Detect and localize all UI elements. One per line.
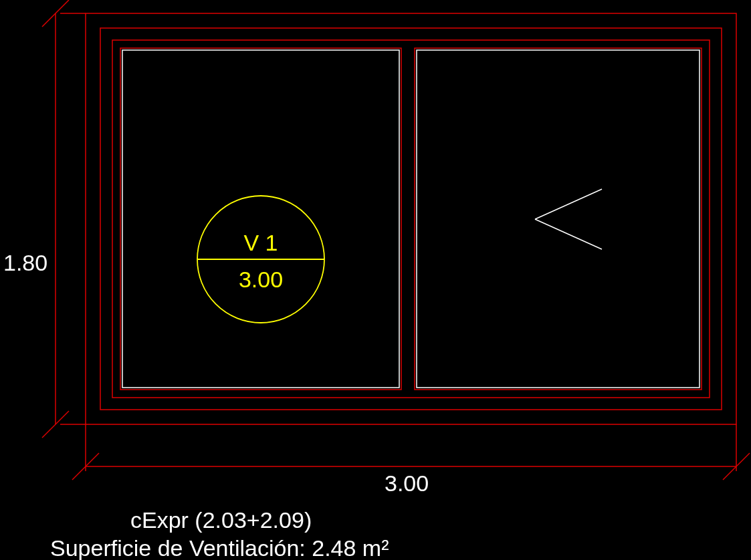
- svg-line-0: [535, 189, 602, 219]
- sash-right: [417, 50, 700, 388]
- cad-drawing: V 1 3.00 1.80 3.00 cExpr (2.03+2.09) Sup…: [0, 0, 751, 560]
- outer-frame: [86, 13, 736, 424]
- dim-height-text: 1.80: [3, 250, 47, 275]
- window-tag: V 1 3.00: [197, 196, 324, 323]
- note-area: Superficie de Ventilación: 2.48 m²: [50, 535, 389, 560]
- mid-frame: [100, 28, 722, 410]
- tag-value: 3.00: [239, 267, 283, 292]
- open-arrow-icon: [535, 189, 602, 249]
- dim-vertical: [42, 0, 86, 438]
- sash-right-outline: [415, 48, 702, 390]
- sash-left-outline: [120, 48, 401, 390]
- tag-id: V 1: [243, 230, 278, 255]
- svg-line-1: [535, 219, 602, 249]
- note-expr: cExpr (2.03+2.09): [130, 507, 312, 533]
- inner-frame: [112, 40, 710, 398]
- sash-left: [122, 50, 399, 388]
- dim-width-text: 3.00: [385, 470, 429, 496]
